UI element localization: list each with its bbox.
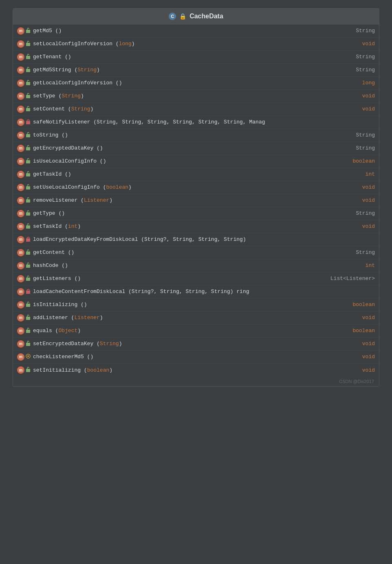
method-item[interactable]: mgetMd5 ()String [13, 24, 379, 37]
svg-rect-16 [26, 225, 30, 229]
svg-rect-26 [26, 330, 30, 333]
method-icon: m [17, 93, 24, 100]
method-item[interactable]: msetTaskId (int)void [13, 220, 379, 233]
visibility-icon [26, 66, 31, 74]
method-name: getTenant () [33, 54, 326, 60]
method-item[interactable]: mgetContent ()String [13, 246, 379, 259]
svg-rect-3 [26, 69, 30, 72]
method-icon: m [17, 66, 24, 74]
method-icon: m [17, 27, 24, 35]
method-item[interactable]: msetLocalConfigInfoVersion (long)void [13, 37, 379, 51]
svg-rect-8 [27, 120, 29, 122]
method-item[interactable]: msetInitializing (boolean)void [13, 364, 379, 377]
method-item[interactable]: mgetTenant ()String [13, 51, 379, 64]
header-lock-icon: 🔒 [179, 13, 186, 20]
svg-rect-2 [26, 56, 30, 59]
footer: CSDN @Dis2017 [13, 377, 379, 386]
return-type: boolean [326, 302, 375, 308]
method-icon: m [17, 119, 24, 126]
return-type: String [326, 67, 375, 73]
method-name: getTaskId () [33, 171, 326, 177]
visibility-icon [26, 158, 31, 165]
method-item[interactable]: msetType (String)void [13, 90, 379, 103]
method-name: setInitializing (boolean) [33, 367, 326, 373]
visibility-icon [26, 340, 31, 348]
method-item[interactable]: mgetType ()String [13, 207, 379, 220]
svg-point-29 [27, 355, 29, 357]
method-item[interactable]: mgetLocalConfigInfoVersion ()long [13, 77, 379, 90]
return-type: boolean [326, 328, 375, 334]
return-type: String [326, 145, 375, 151]
visibility-icon [26, 262, 31, 269]
svg-rect-24 [26, 304, 30, 307]
method-item[interactable]: mtoString ()String [13, 129, 379, 142]
visibility-icon [26, 275, 31, 282]
method-name: checkListenerMd5 () [33, 354, 326, 360]
method-icon: m [17, 262, 24, 269]
method-name: getListeners () [33, 275, 326, 282]
svg-rect-0 [26, 30, 30, 33]
method-item[interactable]: mcheckListenerMd5 ()void [13, 350, 379, 364]
return-type: int [326, 171, 375, 177]
method-item[interactable]: mhashCode ()int [13, 259, 379, 272]
method-item[interactable]: msetEncryptedDataKey (String)void [13, 337, 379, 350]
svg-rect-18 [27, 237, 29, 239]
method-icon: m [17, 79, 24, 87]
svg-rect-19 [26, 251, 30, 255]
method-name: getLocalConfigInfoVersion () [33, 80, 326, 86]
method-name: getContent () [33, 249, 326, 256]
visibility-icon [26, 27, 31, 35]
method-icon: m [17, 314, 24, 322]
method-name: hashCode () [33, 262, 326, 269]
method-item[interactable]: mgetMd5String (String)String [13, 64, 379, 77]
method-name: getType () [33, 210, 326, 216]
return-type: String [326, 28, 375, 34]
method-item[interactable]: msetContent (String)void [13, 103, 379, 116]
method-item[interactable]: misUseLocalConfigInfo ()boolean [13, 155, 379, 168]
method-item[interactable]: mgetTaskId ()int [13, 168, 379, 181]
method-item[interactable]: maddListener (Listener)void [13, 311, 379, 324]
method-icon: m [17, 249, 24, 256]
return-type: List<Listener> [326, 275, 375, 282]
method-icon: m [17, 223, 24, 230]
method-name: loadEncryptedDataKeyFromDiskLocal (Strin… [33, 236, 375, 242]
return-type: void [326, 341, 375, 347]
method-item[interactable]: mloadEncryptedDataKeyFromDiskLocal (Stri… [13, 233, 379, 246]
method-name: setType (String) [33, 93, 326, 99]
visibility-icon [26, 132, 31, 139]
svg-rect-5 [26, 95, 30, 98]
method-name: toString () [33, 132, 326, 138]
method-item[interactable]: mequals (Object)boolean [13, 324, 379, 337]
visibility-icon [26, 93, 31, 100]
method-name: setTaskId (int) [33, 223, 326, 229]
return-type: void [326, 223, 375, 229]
method-name: isUseLocalConfigInfo () [33, 158, 326, 164]
method-item[interactable]: msetUseLocalConfigInfo (boolean)void [13, 181, 379, 194]
method-name: equals (Object) [33, 328, 326, 334]
method-icon: m [17, 106, 24, 113]
return-type: String [326, 54, 375, 60]
method-item[interactable]: mgetEncryptedDataKey ()String [13, 142, 379, 155]
visibility-icon [26, 53, 31, 61]
method-icon: m [17, 210, 24, 217]
method-item[interactable]: msafeNotifyListener (String, String, Str… [13, 116, 379, 129]
method-item[interactable]: mloadCacheContentFromDiskLocal (String?,… [13, 285, 379, 298]
method-name: getMd5 () [33, 28, 326, 34]
method-icon: m [17, 275, 24, 282]
method-item[interactable]: mgetListeners ()List<Listener> [13, 272, 379, 285]
method-list: mgetMd5 ()StringmsetLocalConfigInfoVersi… [13, 24, 379, 377]
method-name: loadCacheContentFromDiskLocal (String?, … [33, 289, 375, 295]
method-icon: m [17, 132, 24, 139]
visibility-icon [26, 288, 31, 295]
method-name: setUseLocalConfigInfo (boolean) [33, 184, 326, 190]
method-name: setLocalConfigInfoVersion (long) [33, 41, 326, 47]
method-item[interactable]: misInitializing ()boolean [13, 298, 379, 311]
method-item[interactable]: mremoveListener (Listener)void [13, 194, 379, 207]
return-type: void [326, 315, 375, 321]
visibility-icon [26, 236, 31, 243]
visibility-icon [26, 249, 31, 256]
method-icon: m [17, 288, 24, 295]
method-name: safeNotifyListener (String, String, Stri… [33, 119, 375, 125]
svg-rect-13 [26, 186, 30, 189]
method-icon: m [17, 145, 24, 152]
